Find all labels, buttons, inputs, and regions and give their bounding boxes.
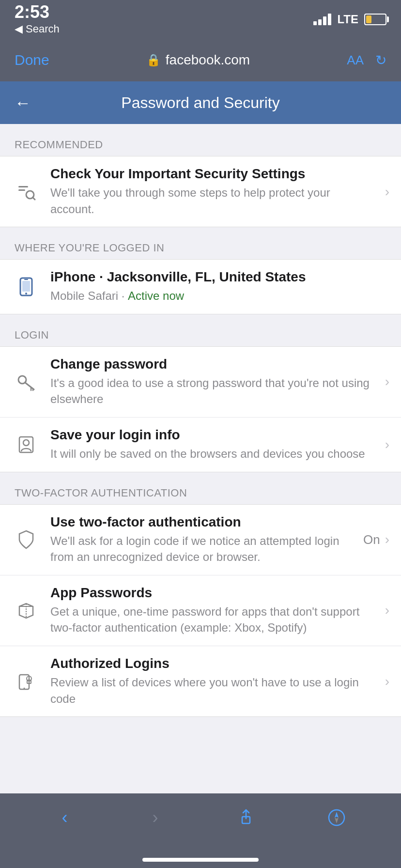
item-subtitle: It will only be saved on the browsers an… (50, 446, 377, 462)
item-right: › (385, 184, 389, 200)
item-title: iPhone · Jacksonville, FL, United States (50, 269, 389, 285)
battery (364, 14, 386, 25)
item-title: App Passwords (50, 585, 377, 601)
svg-rect-0 (18, 186, 28, 187)
list-item[interactable]: Check Your Important Security Settings W… (0, 156, 401, 227)
svg-rect-1 (18, 189, 25, 191)
key-icon (12, 367, 41, 396)
back-button[interactable]: ← (15, 93, 31, 112)
status-right: LTE (313, 13, 386, 26)
svg-marker-24 (335, 818, 339, 823)
item-subtitle: Review a list of devices where you won't… (50, 674, 377, 707)
nav-bar: ← Password and Security (0, 81, 401, 124)
svg-rect-7 (24, 279, 28, 280)
two-factor-status: On (363, 532, 380, 547)
done-button[interactable]: Done (15, 52, 49, 68)
url-text: facebook.com (166, 52, 250, 68)
item-title: Authorized Logins (50, 656, 377, 671)
section-body-logged-in: iPhone · Jacksonville, FL, United States… (0, 259, 401, 314)
status-bar: 2:53 ◀ Search LTE (0, 0, 401, 39)
signal-bars (313, 14, 331, 25)
item-title: Use two-factor authentication (50, 514, 355, 530)
item-right: › (385, 603, 389, 618)
item-subtitle: Get a unique, one-time password for apps… (50, 604, 377, 636)
item-subtitle: It's a good idea to use a strong passwor… (50, 375, 377, 407)
item-right: › (385, 437, 389, 452)
browser-actions: AA ↻ (347, 52, 386, 68)
svg-point-17 (24, 687, 25, 689)
chevron-right-icon: › (385, 603, 389, 618)
battery-fill (366, 16, 371, 23)
share-button[interactable] (227, 801, 265, 835)
search-list-icon (12, 177, 41, 206)
page-title: Password and Security (41, 94, 360, 112)
content-area: RECOMMENDED Check Your Important Securit… (0, 124, 401, 793)
svg-line-3 (33, 197, 35, 200)
list-item[interactable]: Use two-factor authentication We'll ask … (0, 505, 401, 575)
lock-icon: 🔒 (146, 53, 161, 67)
text-size-button[interactable]: AA (347, 53, 364, 68)
browser-back-button[interactable]: ‹ (46, 801, 84, 835)
item-right: On › (363, 532, 389, 547)
section-body-recommended: Check Your Important Security Settings W… (0, 156, 401, 227)
list-item[interactable]: iPhone · Jacksonville, FL, United States… (0, 260, 401, 314)
section-two-factor: TWO-FACTOR AUTHENTICATION Use two-factor… (0, 482, 401, 717)
shield-icon (12, 525, 41, 554)
section-header-recommended: RECOMMENDED (0, 134, 401, 156)
home-indicator (0, 852, 401, 868)
item-content: App Passwords Get a unique, one-time pas… (50, 585, 377, 636)
status-left: 2:53 ◀ Search (15, 3, 60, 35)
status-search: ◀ Search (15, 23, 60, 35)
item-right: › (385, 674, 389, 689)
item-content: Authorized Logins Review a list of devic… (50, 656, 377, 707)
item-right: › (385, 374, 389, 389)
box-icon (12, 596, 41, 625)
section-header-two-factor: TWO-FACTOR AUTHENTICATION (0, 482, 401, 504)
list-item[interactable]: Change password It's a good idea to use … (0, 347, 401, 418)
list-item[interactable]: Authorized Logins Review a list of devic… (0, 646, 401, 716)
item-content: Check Your Important Security Settings W… (50, 166, 377, 217)
phone-icon (12, 272, 41, 301)
svg-point-6 (25, 293, 27, 294)
section-logged-in: WHERE YOU'RE LOGGED IN iPhone · Jacksonv… (0, 237, 401, 314)
phone-lock-icon (12, 667, 41, 696)
status-time: 2:53 (15, 3, 60, 21)
refresh-button[interactable]: ↻ (375, 52, 386, 68)
person-badge-icon (12, 430, 41, 459)
section-header-login: LOGIN (0, 324, 401, 346)
item-title: Change password (50, 356, 377, 372)
chevron-right-icon: › (385, 374, 389, 389)
section-body-two-factor: Use two-factor authentication We'll ask … (0, 504, 401, 717)
browser-url: 🔒 facebook.com (146, 52, 250, 68)
chevron-right-icon: › (385, 184, 389, 200)
chevron-right-icon: › (385, 674, 389, 689)
item-subtitle: We'll ask for a login code if we notice … (50, 533, 355, 565)
item-content: Use two-factor authentication We'll ask … (50, 514, 355, 565)
active-now-badge: Active now (128, 289, 184, 302)
svg-marker-23 (335, 812, 339, 818)
item-subtitle: We'll take you through some steps to hel… (50, 185, 377, 217)
svg-point-13 (23, 440, 29, 446)
section-login: LOGIN Change password It's a good idea t… (0, 324, 401, 472)
back-arrow-icon: ◀ (15, 23, 23, 35)
item-content: Save your login info It will only be sav… (50, 427, 377, 462)
bottom-bar: ‹ › (0, 793, 401, 852)
chevron-right-icon: › (385, 437, 389, 452)
home-indicator-bar (142, 858, 259, 862)
list-item[interactable]: Save your login info It will only be sav… (0, 418, 401, 472)
list-item[interactable]: App Passwords Get a unique, one-time pas… (0, 575, 401, 646)
svg-rect-5 (22, 281, 30, 292)
section-recommended: RECOMMENDED Check Your Important Securit… (0, 134, 401, 227)
browser-bar: Done 🔒 facebook.com AA ↻ (0, 39, 401, 81)
item-title: Save your login info (50, 427, 377, 443)
browser-forward-button[interactable]: › (136, 801, 175, 835)
item-subtitle: Mobile Safari · Active now (50, 288, 389, 304)
section-header-logged-in: WHERE YOU'RE LOGGED IN (0, 237, 401, 259)
item-content: iPhone · Jacksonville, FL, United States… (50, 269, 389, 304)
compass-button[interactable] (317, 801, 356, 835)
chevron-right-icon: › (385, 532, 389, 547)
item-title: Check Your Important Security Settings (50, 166, 377, 182)
section-body-login: Change password It's a good idea to use … (0, 346, 401, 472)
item-content: Change password It's a good idea to use … (50, 356, 377, 407)
lte-label: LTE (337, 13, 358, 26)
